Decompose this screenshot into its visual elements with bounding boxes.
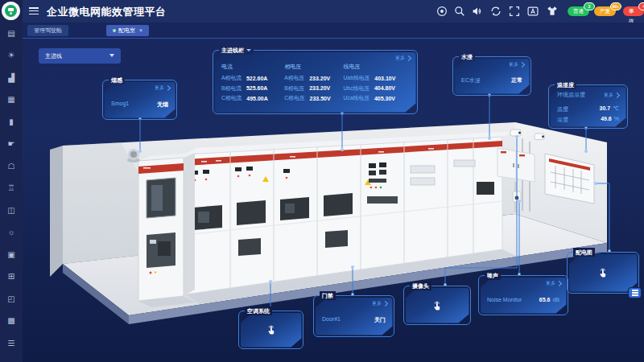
more-label: 更多 (546, 280, 555, 287)
sensor-name: Smog1 (111, 101, 129, 109)
panel-title: 配电图 (573, 248, 595, 257)
logo-icon (5, 5, 17, 17)
more-link[interactable]: 更多 (509, 61, 524, 68)
ship-icon[interactable]: ☖ (0, 162, 23, 171)
fullscreen-icon[interactable] (509, 6, 520, 17)
sensor-row: EC水浸 正常 (461, 76, 522, 84)
chevron-right-icon (519, 62, 525, 68)
tab-management-cockpit[interactable]: 管理驾驶舱 (27, 25, 68, 36)
hamburger-menu-icon[interactable] (29, 7, 39, 15)
bank-icon[interactable]: ♖ (0, 183, 23, 193)
app-logo[interactable] (2, 2, 20, 20)
hvac-panel[interactable]: 空调系统 (238, 311, 303, 349)
smoke-panel[interactable]: 烟感 更多 Smog1 无烟 (102, 80, 177, 120)
more-label: 更多 (604, 92, 613, 99)
speaker-icon[interactable] (472, 6, 483, 17)
more-label: 更多 (372, 300, 382, 307)
humidity-row: 湿度 49.6% (557, 116, 619, 124)
sensor-row: Door#1 关门 (322, 316, 386, 324)
sensor-name: 环境温湿度 (557, 91, 585, 99)
alarm-icon[interactable]: ☀ (0, 51, 23, 60)
hand-icon[interactable]: ☛ (0, 139, 23, 149)
status-badge-severe[interactable]: 严重 99+ (594, 6, 616, 16)
refresh-icon[interactable] (490, 6, 502, 17)
more-link[interactable]: 更多 (604, 91, 619, 99)
more-label: 更多 (155, 84, 164, 92)
bulb-icon[interactable]: ☼ (0, 228, 23, 237)
factory-icon[interactable]: ▦ (0, 95, 23, 105)
layer-settings-button[interactable] (629, 288, 641, 298)
badge-label: 事故 (629, 8, 634, 23)
group-header: 线电压 (343, 63, 411, 73)
chevron-right-icon (614, 92, 620, 97)
current-group: 电流 A相电流522.60A B相电流525.60A C相电流495.00A (221, 63, 279, 109)
tab-distribution-room[interactable]: 配电室 × (106, 25, 149, 36)
panel-title: 烟感 (109, 76, 125, 84)
team-icon[interactable]: ☰ (0, 339, 23, 348)
sensor-row: Smog1 无烟 (111, 101, 168, 109)
temperature-row: 温度 30.7℃ (557, 105, 619, 113)
more-label: 更多 (509, 61, 518, 68)
camera-panel[interactable]: 摄像头 (403, 286, 471, 325)
tab-bar: 管理驾驶舱 配电室 × (23, 23, 644, 39)
panel-title: 温湿度 (555, 80, 576, 89)
chart-icon[interactable]: ▟ (0, 73, 23, 83)
panel-title: 噪声 (485, 271, 501, 280)
chevron-right-icon (382, 301, 388, 306)
door-access-panel[interactable]: 门禁 更多 Door#1 关门 (313, 295, 394, 337)
chevron-right-icon (165, 85, 171, 91)
panel-title: 主进线柜 (219, 46, 254, 55)
sensor-name: Noise Monitor (487, 297, 522, 302)
box-icon[interactable]: ◫ (0, 206, 23, 216)
main-incoming-panel[interactable]: 主进线柜 更多 电流 A相电流522.60A B相电流525.60A C相电流4… (213, 50, 418, 114)
sensor-name: EC水浸 (461, 76, 481, 84)
temp-humidity-panel[interactable]: 温湿度 环境温湿度 更多 温度 30.7℃ 湿度 49.6% (548, 84, 628, 129)
touch-icon (266, 325, 276, 336)
top-header: 企业微电网能效管理平台 普通 3 严重 99+ 事故 4 (23, 0, 644, 23)
badge-count: 99+ (610, 2, 621, 10)
distribution-diagram-panel[interactable]: 配电图 (567, 252, 639, 294)
sensor-row: Noise Monitor 65.6dB (487, 297, 559, 302)
translate-icon[interactable] (527, 6, 539, 17)
record-icon[interactable] (436, 6, 448, 17)
chevron-right-icon (406, 56, 411, 61)
close-icon[interactable]: × (139, 25, 142, 36)
more-link[interactable]: 更多 (395, 55, 411, 62)
device-icon[interactable]: ▮ (0, 117, 23, 127)
selector-value: 主进线 (45, 53, 62, 59)
tab-label: 配电室 (118, 25, 135, 36)
badge-label: 普通 (573, 8, 584, 14)
chevron-right-icon (556, 281, 562, 286)
group-header: 电流 (221, 63, 279, 73)
media-icon[interactable]: ▣ (0, 250, 23, 260)
cctv-icon[interactable]: ◰ (0, 294, 23, 304)
more-label: 更多 (395, 55, 405, 62)
active-dot-icon (113, 29, 116, 32)
group-header: 相电压 (284, 63, 338, 73)
line-voltage-group: 线电压 Uab线电压403.10V Ubc线电压404.80V Uca线电压40… (343, 63, 411, 109)
calc-icon[interactable]: ▩ (0, 316, 23, 326)
sensor-value: 无烟 (157, 101, 168, 109)
more-link[interactable]: 更多 (546, 280, 561, 287)
chevron-down-icon (246, 49, 251, 51)
more-link[interactable]: 更多 (372, 300, 387, 307)
badge-count: 4 (638, 2, 644, 10)
status-badge-normal[interactable]: 普通 3 (568, 6, 589, 16)
measurement-table: 电流 A相电流522.60A B相电流525.60A C相电流495.00A 相… (221, 63, 411, 109)
water-leak-panel[interactable]: 水浸 更多 EC水浸 正常 (452, 56, 531, 96)
more-link[interactable]: 更多 (155, 84, 170, 92)
status-badge-accident[interactable]: 事故 4 (623, 6, 644, 16)
sensor-value: 关门 (374, 316, 386, 324)
noise-panel[interactable]: 噪声 更多 Noise Monitor 65.6dB (478, 275, 568, 315)
sliders-icon (632, 292, 638, 293)
files-icon[interactable]: ▤ (0, 29, 23, 39)
theme-shirt-icon[interactable] (547, 6, 558, 17)
search-icon[interactable] (454, 6, 465, 17)
panel-title: 摄像头 (410, 282, 431, 290)
sensor-name: Door#1 (322, 316, 341, 324)
chevron-down-icon (109, 54, 114, 57)
line-selector-dropdown[interactable]: 主进线 (39, 48, 121, 64)
left-sidebar: ▤ ☀ ▟ ▦ ▮ ☛ ☖ ♖ ◫ ☼ ▣ ⊞ ◰ ▩ ☰ (0, 0, 23, 362)
grid-icon[interactable]: ⊞ (0, 272, 23, 282)
phase-voltage-group: 相电压 A相电压233.20V B相电压233.20V C相电压233.50V (284, 63, 338, 109)
